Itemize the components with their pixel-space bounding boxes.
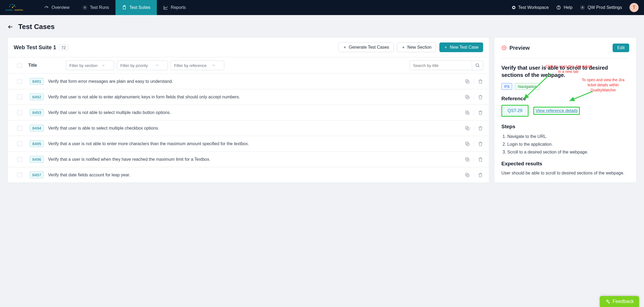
select-placeholder: Filter by section bbox=[69, 63, 97, 68]
nav-tab-overview[interactable]: Overview bbox=[38, 0, 76, 15]
row-checkbox[interactable] bbox=[17, 157, 22, 162]
back-arrow-icon[interactable] bbox=[8, 24, 13, 30]
svg-point-11 bbox=[558, 8, 559, 9]
delete-icon[interactable] bbox=[478, 126, 483, 131]
filter-priority-select[interactable]: Filter by priority bbox=[117, 60, 168, 70]
preview-panel: Preview Edit Verify that user is able to… bbox=[494, 37, 636, 183]
select-all-checkbox[interactable] bbox=[17, 63, 22, 68]
search-button[interactable] bbox=[472, 61, 483, 70]
chevron-down-icon bbox=[102, 63, 105, 67]
delete-icon[interactable] bbox=[478, 110, 483, 115]
delete-icon[interactable] bbox=[478, 79, 483, 84]
test-cases-panel: Web Test Suite 1 72 Generate Test Cases … bbox=[8, 37, 489, 183]
help-link[interactable]: Help bbox=[556, 5, 573, 10]
delete-icon[interactable] bbox=[478, 94, 483, 100]
copy-icon[interactable] bbox=[465, 110, 470, 115]
button-label: Edit bbox=[617, 45, 625, 50]
divider bbox=[474, 94, 474, 100]
priority-tag: P3 bbox=[501, 83, 512, 90]
row-checkbox[interactable] bbox=[17, 173, 22, 177]
test-case-row[interactable]: 8494 Verify that user is able to select … bbox=[8, 120, 489, 136]
test-case-list: 8491 Verify that form error messages are… bbox=[8, 74, 489, 183]
test-case-id-chip[interactable]: 8495 bbox=[30, 140, 44, 147]
button-label: New Test Case bbox=[450, 45, 479, 50]
filter-section-select[interactable]: Filter by section bbox=[66, 60, 114, 70]
preview-title: Verify that user is able to scroll to de… bbox=[501, 64, 629, 79]
test-case-title: Verify that form error messages are plai… bbox=[48, 79, 460, 84]
test-case-title: Verify that date fields account for leap… bbox=[48, 173, 460, 177]
copy-icon[interactable] bbox=[465, 79, 470, 84]
nav-tab-test-runs[interactable]: Test Runs bbox=[76, 0, 115, 15]
plus-icon bbox=[343, 45, 347, 49]
category-tag: Navigation bbox=[515, 83, 540, 90]
test-case-id-chip[interactable]: 8496 bbox=[30, 156, 44, 163]
reference-chip[interactable]: QST-29 bbox=[504, 106, 526, 115]
search-input[interactable] bbox=[410, 61, 472, 70]
divider bbox=[474, 110, 474, 115]
step-item: Login to the application. bbox=[507, 141, 629, 148]
test-case-id-chip[interactable]: 8493 bbox=[30, 109, 44, 116]
row-checkbox[interactable] bbox=[17, 126, 22, 131]
row-checkbox[interactable] bbox=[17, 95, 22, 99]
workspace-name: Test Workspace bbox=[518, 5, 549, 10]
clipboard-icon bbox=[122, 5, 127, 10]
test-case-id-chip[interactable]: 8492 bbox=[30, 94, 44, 100]
button-label: Generate Test Cases bbox=[349, 45, 389, 50]
nav-tab-label: Test Runs bbox=[90, 5, 109, 10]
test-case-title: Verify that user is not able to enter al… bbox=[48, 95, 460, 99]
test-case-title: Verify that user is not able to select m… bbox=[48, 110, 460, 115]
expected-header: Expected results bbox=[501, 161, 629, 167]
new-section-button[interactable]: New Section bbox=[397, 42, 436, 52]
copy-icon[interactable] bbox=[465, 94, 470, 100]
nav-tab-label: Test Suites bbox=[129, 5, 150, 10]
copy-icon[interactable] bbox=[465, 172, 470, 178]
edit-button[interactable]: Edit bbox=[613, 44, 629, 52]
copy-icon[interactable] bbox=[465, 141, 470, 147]
select-placeholder: Filter by reference bbox=[174, 63, 207, 68]
divider bbox=[474, 172, 474, 178]
copy-icon[interactable] bbox=[465, 157, 470, 162]
plus-icon bbox=[444, 45, 448, 49]
view-reference-details-link[interactable]: View reference details bbox=[536, 108, 578, 113]
step-item: Scroll to a desired section of the webpa… bbox=[507, 148, 629, 156]
copy-icon[interactable] bbox=[465, 126, 470, 131]
page-header: Test Cases bbox=[8, 23, 636, 31]
delete-icon[interactable] bbox=[478, 157, 483, 162]
test-case-id-chip[interactable]: 8497 bbox=[30, 172, 44, 178]
dot-icon bbox=[512, 6, 516, 9]
chevron-down-icon bbox=[155, 63, 159, 67]
workspace-selector[interactable]: Test Workspace bbox=[512, 5, 549, 10]
test-case-id-chip[interactable]: 8494 bbox=[30, 125, 44, 131]
delete-icon[interactable] bbox=[478, 141, 483, 147]
svg-point-5 bbox=[84, 7, 85, 8]
settings-link[interactable]: QW Prod Settings bbox=[580, 5, 622, 10]
test-case-row[interactable]: 8495 Verify that a user is not able to e… bbox=[8, 136, 489, 152]
row-checkbox[interactable] bbox=[17, 141, 22, 146]
help-label: Help bbox=[564, 5, 573, 10]
preview-header: Preview bbox=[509, 45, 530, 51]
test-case-title: Verify that a user is not able to enter … bbox=[48, 141, 460, 146]
nav-tab-test-suites[interactable]: Test Suites bbox=[115, 0, 157, 15]
brand-logo: quality watcher bbox=[0, 3, 38, 12]
topnav: quality watcher Overview Test Runs Test … bbox=[0, 0, 644, 15]
gear-icon bbox=[580, 5, 585, 10]
page-title: Test Cases bbox=[18, 23, 55, 31]
filter-reference-select[interactable]: Filter by reference bbox=[171, 60, 224, 70]
test-case-row[interactable]: 8491 Verify that form error messages are… bbox=[8, 74, 489, 89]
test-case-id-chip[interactable]: 8491 bbox=[30, 78, 44, 85]
nav-right: Test Workspace Help QW Prod Settings T bbox=[512, 3, 639, 12]
test-case-row[interactable]: 8496 Verify that a user is notified when… bbox=[8, 152, 489, 167]
test-case-row[interactable]: 8492 Verify that user is not able to ent… bbox=[8, 89, 489, 105]
test-case-row[interactable]: 8493 Verify that user is not able to sel… bbox=[8, 105, 489, 120]
row-checkbox[interactable] bbox=[17, 79, 22, 84]
new-test-case-button[interactable]: New Test Case bbox=[439, 42, 483, 52]
generate-test-cases-button[interactable]: Generate Test Cases bbox=[338, 42, 394, 52]
plus-icon bbox=[401, 45, 405, 49]
row-checkbox[interactable] bbox=[17, 110, 22, 115]
delete-icon[interactable] bbox=[478, 172, 483, 178]
nav-tab-reports[interactable]: Reports bbox=[157, 0, 192, 15]
expected-body: User should be able to scroll to desired… bbox=[501, 170, 629, 176]
avatar[interactable]: T bbox=[629, 3, 639, 12]
test-case-row[interactable]: 8497 Verify that date fields account for… bbox=[8, 167, 489, 183]
close-icon[interactable] bbox=[501, 45, 507, 51]
